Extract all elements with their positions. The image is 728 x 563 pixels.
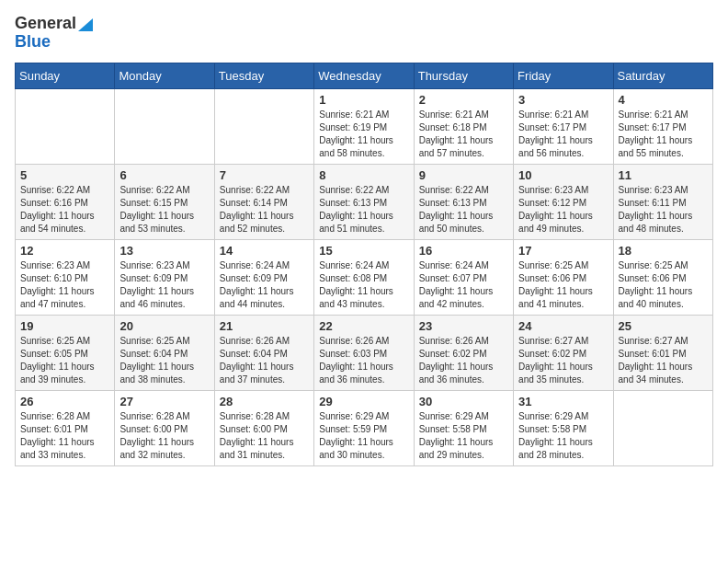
calendar-cell <box>214 88 313 164</box>
calendar-header-row: SundayMondayTuesdayWednesdayThursdayFrid… <box>16 63 713 88</box>
logo-general: General <box>15 14 76 32</box>
calendar-week-row: 12Sunrise: 6:23 AMSunset: 6:10 PMDayligh… <box>16 239 713 315</box>
day-info: Sunrise: 6:25 AMSunset: 6:04 PMDaylight:… <box>119 335 209 386</box>
calendar-cell: 10Sunrise: 6:23 AMSunset: 6:12 PMDayligh… <box>514 164 613 239</box>
calendar-week-row: 26Sunrise: 6:28 AMSunset: 6:01 PMDayligh… <box>16 390 713 465</box>
calendar-cell: 27Sunrise: 6:28 AMSunset: 6:00 PMDayligh… <box>115 390 214 465</box>
day-info: Sunrise: 6:23 AMSunset: 6:10 PMDaylight:… <box>20 259 109 311</box>
day-number: 5 <box>20 168 109 182</box>
calendar-table: SundayMondayTuesdayWednesdayThursdayFrid… <box>15 63 713 466</box>
day-info: Sunrise: 6:23 AMSunset: 6:09 PMDaylight:… <box>119 259 209 311</box>
day-number: 28 <box>220 395 309 408</box>
day-number: 8 <box>319 168 408 182</box>
calendar-cell <box>16 88 115 164</box>
weekday-header-friday: Friday <box>514 63 613 88</box>
day-number: 13 <box>119 244 209 258</box>
day-number: 7 <box>220 168 309 182</box>
calendar-cell: 14Sunrise: 6:24 AMSunset: 6:09 PMDayligh… <box>214 239 313 315</box>
day-info: Sunrise: 6:21 AMSunset: 6:17 PMDaylight:… <box>518 109 608 160</box>
calendar-cell <box>115 88 214 164</box>
weekday-header-monday: Monday <box>115 63 214 88</box>
day-info: Sunrise: 6:21 AMSunset: 6:17 PMDaylight:… <box>619 109 708 160</box>
calendar-cell: 15Sunrise: 6:24 AMSunset: 6:08 PMDayligh… <box>314 239 414 315</box>
calendar-cell: 3Sunrise: 6:21 AMSunset: 6:17 PMDaylight… <box>514 88 613 164</box>
calendar-cell: 17Sunrise: 6:25 AMSunset: 6:06 PMDayligh… <box>514 239 613 315</box>
calendar-cell: 4Sunrise: 6:21 AMSunset: 6:17 PMDaylight… <box>613 88 712 164</box>
day-info: Sunrise: 6:28 AMSunset: 6:00 PMDaylight:… <box>119 410 209 462</box>
logo-arrow-icon <box>78 18 93 31</box>
weekday-header-thursday: Thursday <box>414 63 513 88</box>
day-number: 12 <box>20 244 109 258</box>
day-number: 4 <box>619 93 708 107</box>
day-number: 17 <box>518 244 608 258</box>
weekday-header-saturday: Saturday <box>613 63 712 88</box>
day-number: 9 <box>419 168 508 182</box>
calendar-cell: 30Sunrise: 6:29 AMSunset: 5:58 PMDayligh… <box>414 390 513 465</box>
day-number: 24 <box>518 319 608 333</box>
calendar-cell: 5Sunrise: 6:22 AMSunset: 6:16 PMDaylight… <box>16 164 115 239</box>
day-number: 22 <box>319 319 408 333</box>
day-number: 10 <box>518 168 608 182</box>
calendar-cell: 9Sunrise: 6:22 AMSunset: 6:13 PMDaylight… <box>414 164 513 239</box>
calendar-cell: 28Sunrise: 6:28 AMSunset: 6:00 PMDayligh… <box>214 390 313 465</box>
day-number: 21 <box>220 319 309 333</box>
day-number: 23 <box>419 319 508 333</box>
day-number: 19 <box>20 319 109 333</box>
day-info: Sunrise: 6:28 AMSunset: 6:00 PMDaylight:… <box>220 410 309 462</box>
day-number: 26 <box>20 395 109 408</box>
day-info: Sunrise: 6:24 AMSunset: 6:08 PMDaylight:… <box>319 259 408 311</box>
day-info: Sunrise: 6:21 AMSunset: 6:19 PMDaylight:… <box>319 109 408 160</box>
page-header: General Blue <box>15 15 713 52</box>
calendar-cell: 1Sunrise: 6:21 AMSunset: 6:19 PMDaylight… <box>314 88 414 164</box>
day-number: 20 <box>119 319 209 333</box>
calendar-cell: 25Sunrise: 6:27 AMSunset: 6:01 PMDayligh… <box>613 315 712 390</box>
day-number: 2 <box>419 93 508 107</box>
day-info: Sunrise: 6:22 AMSunset: 6:16 PMDaylight:… <box>20 184 109 236</box>
day-number: 11 <box>619 168 708 182</box>
calendar-cell: 23Sunrise: 6:26 AMSunset: 6:02 PMDayligh… <box>414 315 513 390</box>
calendar-cell: 8Sunrise: 6:22 AMSunset: 6:13 PMDaylight… <box>314 164 414 239</box>
day-info: Sunrise: 6:29 AMSunset: 5:59 PMDaylight:… <box>319 410 408 462</box>
calendar-cell: 29Sunrise: 6:29 AMSunset: 5:59 PMDayligh… <box>314 390 414 465</box>
day-info: Sunrise: 6:29 AMSunset: 5:58 PMDaylight:… <box>419 410 508 462</box>
day-number: 27 <box>119 395 209 408</box>
day-info: Sunrise: 6:26 AMSunset: 6:04 PMDaylight:… <box>220 335 309 386</box>
weekday-header-sunday: Sunday <box>16 63 115 88</box>
day-number: 1 <box>319 93 408 107</box>
day-info: Sunrise: 6:25 AMSunset: 6:06 PMDaylight:… <box>619 259 708 311</box>
day-info: Sunrise: 6:24 AMSunset: 6:09 PMDaylight:… <box>220 259 309 311</box>
day-info: Sunrise: 6:23 AMSunset: 6:11 PMDaylight:… <box>619 184 708 236</box>
calendar-cell: 19Sunrise: 6:25 AMSunset: 6:05 PMDayligh… <box>16 315 115 390</box>
calendar-cell: 26Sunrise: 6:28 AMSunset: 6:01 PMDayligh… <box>16 390 115 465</box>
day-info: Sunrise: 6:28 AMSunset: 6:01 PMDaylight:… <box>20 410 109 462</box>
day-info: Sunrise: 6:27 AMSunset: 6:01 PMDaylight:… <box>619 335 708 386</box>
day-number: 25 <box>619 319 708 333</box>
calendar-cell: 6Sunrise: 6:22 AMSunset: 6:15 PMDaylight… <box>115 164 214 239</box>
calendar-cell: 22Sunrise: 6:26 AMSunset: 6:03 PMDayligh… <box>314 315 414 390</box>
calendar-cell: 18Sunrise: 6:25 AMSunset: 6:06 PMDayligh… <box>613 239 712 315</box>
calendar-cell: 11Sunrise: 6:23 AMSunset: 6:11 PMDayligh… <box>613 164 712 239</box>
day-number: 3 <box>518 93 608 107</box>
calendar-cell: 31Sunrise: 6:29 AMSunset: 5:58 PMDayligh… <box>514 390 613 465</box>
calendar-cell: 21Sunrise: 6:26 AMSunset: 6:04 PMDayligh… <box>214 315 313 390</box>
weekday-header-tuesday: Tuesday <box>214 63 313 88</box>
day-info: Sunrise: 6:25 AMSunset: 6:05 PMDaylight:… <box>20 335 109 386</box>
svg-marker-0 <box>78 18 93 31</box>
calendar-cell: 24Sunrise: 6:27 AMSunset: 6:02 PMDayligh… <box>514 315 613 390</box>
calendar-cell: 13Sunrise: 6:23 AMSunset: 6:09 PMDayligh… <box>115 239 214 315</box>
day-number: 29 <box>319 395 408 408</box>
logo-blue: Blue <box>15 32 51 51</box>
day-info: Sunrise: 6:21 AMSunset: 6:18 PMDaylight:… <box>419 109 508 160</box>
day-info: Sunrise: 6:24 AMSunset: 6:07 PMDaylight:… <box>419 259 508 311</box>
logo-text: General Blue <box>15 15 93 52</box>
day-number: 6 <box>119 168 209 182</box>
day-number: 30 <box>419 395 508 408</box>
calendar-cell: 20Sunrise: 6:25 AMSunset: 6:04 PMDayligh… <box>115 315 214 390</box>
day-number: 15 <box>319 244 408 258</box>
calendar-cell: 2Sunrise: 6:21 AMSunset: 6:18 PMDaylight… <box>414 88 513 164</box>
day-info: Sunrise: 6:22 AMSunset: 6:13 PMDaylight:… <box>319 184 408 236</box>
logo: General Blue <box>15 15 93 52</box>
calendar-cell <box>613 390 712 465</box>
calendar-cell: 7Sunrise: 6:22 AMSunset: 6:14 PMDaylight… <box>214 164 313 239</box>
calendar-cell: 16Sunrise: 6:24 AMSunset: 6:07 PMDayligh… <box>414 239 513 315</box>
